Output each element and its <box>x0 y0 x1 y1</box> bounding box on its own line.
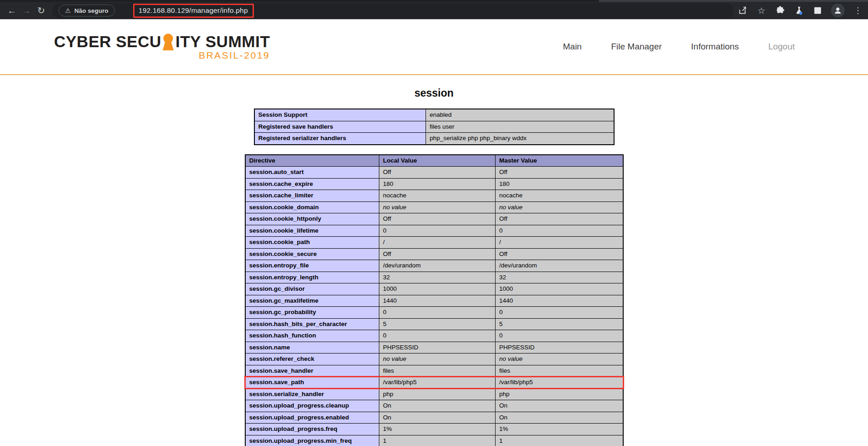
table-row: session.hash_function00 <box>245 330 623 342</box>
share-icon[interactable] <box>737 5 748 16</box>
master-value-cell: 0 <box>496 330 623 342</box>
table-row: session.save_handlerfilesfiles <box>245 365 623 377</box>
tab-strip <box>0 0 868 2</box>
directive-name-cell: session.cookie_httponly <box>245 213 379 225</box>
column-header: Directive <box>245 155 379 167</box>
table-row: session.cache_expire180180 <box>245 178 623 190</box>
back-button[interactable]: ← <box>5 3 19 18</box>
master-value-cell: 1 <box>496 435 623 446</box>
directive-name-cell: session.serialize_handler <box>245 388 379 400</box>
master-value-cell: 0 <box>496 307 623 319</box>
table-row: session.hash_bits_per_character55 <box>245 318 623 330</box>
local-value-cell: no value <box>379 354 496 365</box>
local-value-cell: php <box>379 388 496 400</box>
site-logo[interactable]: CYBER SECU ITY SUMMIT BRASIL-2019 <box>54 33 270 61</box>
local-value-cell: no value <box>379 201 496 213</box>
directive-name-cell: session.hash_function <box>245 330 379 342</box>
directive-name-cell: session.gc_maxlifetime <box>245 295 379 307</box>
local-value-cell: /var/lib/php5 <box>379 377 496 389</box>
directive-name-cell: session.cookie_path <box>245 237 379 249</box>
forward-button[interactable]: → <box>19 3 34 18</box>
summary-label-cell: Registered serializer handlers <box>254 133 426 145</box>
master-value-cell: php <box>496 388 623 400</box>
directive-name-cell: session.save_path <box>245 377 379 389</box>
square-extension-icon[interactable] <box>812 5 823 16</box>
local-value-cell: PHPSESSID <box>379 342 496 354</box>
profile-avatar[interactable] <box>831 4 845 17</box>
site-header: CYBER SECU ITY SUMMIT BRASIL-2019 MainFi… <box>0 19 868 75</box>
logo-title: CYBER SECU ITY SUMMIT <box>54 33 270 51</box>
local-value-cell: Off <box>379 248 496 260</box>
table-row: session.serialize_handlerphpphp <box>245 388 623 400</box>
local-value-cell: 0 <box>379 330 496 342</box>
local-value-cell: 1000 <box>379 283 496 295</box>
master-value-cell: no value <box>496 354 623 365</box>
summary-value-cell: php_serialize php php_binary wddx <box>426 133 614 145</box>
directive-name-cell: session.referer_check <box>245 354 379 365</box>
local-value-cell: / <box>379 237 496 249</box>
browser-toolbar: ← → ↻ ⚠ Não seguro 192.168.80.129/manage… <box>0 0 868 19</box>
table-row: session.cookie_httponlyOffOff <box>245 213 623 225</box>
master-value-cell: 1% <box>496 424 623 435</box>
nav-link-logout[interactable]: Logout <box>768 42 795 52</box>
table-row: session.upload_progress.freq1%1% <box>245 424 623 435</box>
table-row: session.gc_maxlifetime14401440 <box>245 295 623 307</box>
local-value-cell: 0 <box>379 225 496 237</box>
local-value-cell: 1 <box>379 435 496 446</box>
master-value-cell: 32 <box>496 272 623 283</box>
table-row: session.namePHPSESSIDPHPSESSID <box>245 342 623 354</box>
directive-name-cell: session.upload_progress.freq <box>245 424 379 435</box>
table-row: session.cookie_lifetime00 <box>245 225 623 237</box>
extensions-puzzle-icon[interactable] <box>775 5 786 16</box>
directive-name-cell: session.cache_limiter <box>245 190 379 202</box>
logo-text-right: ITY SUMMIT <box>175 33 270 51</box>
column-header: Master Value <box>496 155 623 167</box>
security-chip[interactable]: ⚠ Não seguro <box>59 5 115 16</box>
local-value-cell: Off <box>379 167 496 179</box>
table-row: session.entropy_file/dev/urandom/dev/ura… <box>245 260 623 272</box>
session-summary-table: Session SupportenabledRegistered save ha… <box>254 109 615 145</box>
column-header: Local Value <box>379 155 496 167</box>
page-content: session Session SupportenabledRegistered… <box>0 87 868 446</box>
local-value-cell: 0 <box>379 307 496 319</box>
browser-menu-icon[interactable]: ⋮ <box>852 5 863 16</box>
table-row: session.cookie_path// <box>245 237 623 249</box>
flask-extension-icon[interactable] <box>793 5 804 16</box>
annotation-box-url: 192.168.80.129/manager/info.php <box>133 4 254 18</box>
url-text[interactable]: 192.168.80.129/manager/info.php <box>139 6 248 14</box>
table-row: session.upload_progress.enabledOnOn <box>245 412 623 424</box>
summary-value-cell: enabled <box>426 109 614 121</box>
master-value-cell: PHPSESSID <box>496 342 623 354</box>
local-value-cell: 180 <box>379 178 496 190</box>
master-value-cell: /dev/urandom <box>496 260 623 272</box>
reload-button[interactable]: ↻ <box>34 3 49 18</box>
local-value-cell: 1% <box>379 424 496 435</box>
summary-label-cell: Session Support <box>254 109 426 121</box>
omnibox[interactable]: ⚠ Não seguro 192.168.80.129/manager/info… <box>52 3 734 18</box>
page-title: session <box>0 87 868 99</box>
table-row: session.entropy_length3232 <box>245 272 623 283</box>
nav-link-file-manager[interactable]: File Manager <box>611 42 662 52</box>
local-value-cell: nocache <box>379 190 496 202</box>
bookmark-star-icon[interactable]: ☆ <box>756 5 767 16</box>
master-value-cell: files <box>496 365 623 377</box>
table-row: session.referer_checkno valueno value <box>245 354 623 365</box>
local-value-cell: 1440 <box>379 295 496 307</box>
session-directives-table: DirectiveLocal ValueMaster Value session… <box>245 154 624 446</box>
nav-link-informations[interactable]: Informations <box>691 42 739 52</box>
master-value-cell: Off <box>496 248 623 260</box>
master-value-cell: 1000 <box>496 283 623 295</box>
table-row: Registered serializer handlersphp_serial… <box>254 133 614 145</box>
directive-name-cell: session.entropy_file <box>245 260 379 272</box>
directive-name-cell: session.name <box>245 342 379 354</box>
session-directives-body: session.auto_startOffOffsession.cache_ex… <box>245 167 623 446</box>
local-value-cell: 32 <box>379 272 496 283</box>
table-row: session.cookie_domainno valueno value <box>245 201 623 213</box>
security-chip-label: Não seguro <box>75 7 108 14</box>
local-value-cell: Off <box>379 213 496 225</box>
nav-link-main[interactable]: Main <box>563 42 582 52</box>
directive-name-cell: session.auto_start <box>245 167 379 179</box>
local-value-cell: /dev/urandom <box>379 260 496 272</box>
session-summary-body: Session SupportenabledRegistered save ha… <box>254 109 614 145</box>
directive-name-cell: session.upload_progress.enabled <box>245 412 379 424</box>
